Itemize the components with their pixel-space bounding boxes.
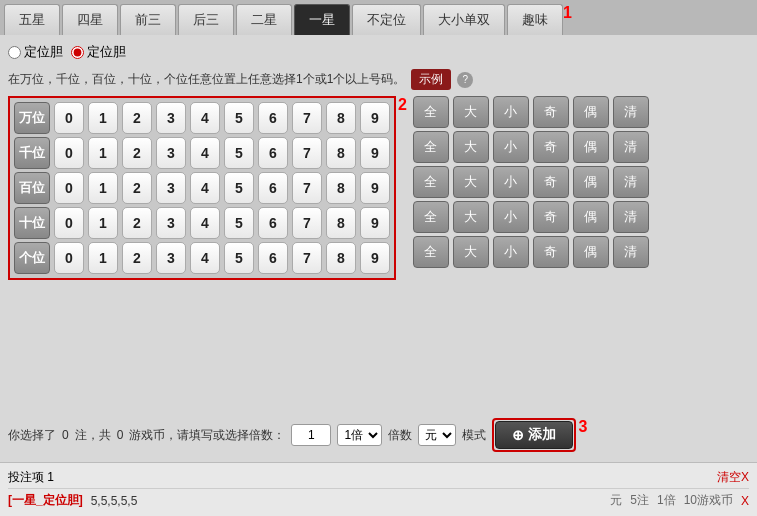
- baiwei-0[interactable]: 0: [54, 172, 84, 204]
- shiwei-0[interactable]: 0: [54, 207, 84, 239]
- baiwei-9[interactable]: 9: [360, 172, 390, 204]
- bet-delete-button[interactable]: X: [741, 494, 749, 508]
- gewei-qing[interactable]: 清: [613, 236, 649, 268]
- gewei-9[interactable]: 9: [360, 242, 390, 274]
- shiwei-2[interactable]: 2: [122, 207, 152, 239]
- gewei-1[interactable]: 1: [88, 242, 118, 274]
- gewei-6[interactable]: 6: [258, 242, 288, 274]
- wanwei-qing[interactable]: 清: [613, 96, 649, 128]
- gewei-4[interactable]: 4: [190, 242, 220, 274]
- tab-erxing[interactable]: 二星: [236, 4, 292, 35]
- wanwei-8[interactable]: 8: [326, 102, 356, 134]
- gewei-qi[interactable]: 奇: [533, 236, 569, 268]
- wanwei-da[interactable]: 大: [453, 96, 489, 128]
- gewei-da[interactable]: 大: [453, 236, 489, 268]
- tab-wuxing[interactable]: 五星: [4, 4, 60, 35]
- radio-input-1[interactable]: [8, 46, 21, 59]
- gewei-ou[interactable]: 偶: [573, 236, 609, 268]
- tab-budinwei[interactable]: 不定位: [352, 4, 421, 35]
- gewei-7[interactable]: 7: [292, 242, 322, 274]
- radio-input-2[interactable]: [71, 46, 84, 59]
- shiwei-5[interactable]: 5: [224, 207, 254, 239]
- qianwei-1[interactable]: 1: [88, 137, 118, 169]
- wanwei-ou[interactable]: 偶: [573, 96, 609, 128]
- clear-button[interactable]: 清空X: [717, 469, 749, 486]
- shiwei-7[interactable]: 7: [292, 207, 322, 239]
- wanwei-5[interactable]: 5: [224, 102, 254, 134]
- qianwei-5[interactable]: 5: [224, 137, 254, 169]
- shiwei-qing[interactable]: 清: [613, 201, 649, 233]
- multiplier-select[interactable]: 1倍 2倍 3倍: [337, 424, 382, 446]
- qianwei-9[interactable]: 9: [360, 137, 390, 169]
- wanwei-3[interactable]: 3: [156, 102, 186, 134]
- qianwei-ou[interactable]: 偶: [573, 131, 609, 163]
- unit-select[interactable]: 元 角 分: [418, 424, 456, 446]
- wanwei-quan[interactable]: 全: [413, 96, 449, 128]
- qianwei-qi[interactable]: 奇: [533, 131, 569, 163]
- baiwei-5[interactable]: 5: [224, 172, 254, 204]
- tab-yixing[interactable]: 一星: [294, 4, 350, 35]
- add-button[interactable]: ⊕ 添加: [495, 421, 573, 449]
- shiwei-6[interactable]: 6: [258, 207, 288, 239]
- tab-sixing[interactable]: 四星: [62, 4, 118, 35]
- qianwei-quan[interactable]: 全: [413, 131, 449, 163]
- shiwei-1[interactable]: 1: [88, 207, 118, 239]
- baiwei-7[interactable]: 7: [292, 172, 322, 204]
- baiwei-xiao[interactable]: 小: [493, 166, 529, 198]
- baiwei-ou[interactable]: 偶: [573, 166, 609, 198]
- wanwei-9[interactable]: 9: [360, 102, 390, 134]
- qianwei-2[interactable]: 2: [122, 137, 152, 169]
- qianwei-3[interactable]: 3: [156, 137, 186, 169]
- help-button[interactable]: ?: [457, 72, 473, 88]
- wanwei-2[interactable]: 2: [122, 102, 152, 134]
- example-button[interactable]: 示例: [411, 69, 451, 90]
- radio-option-1[interactable]: 定位胆: [8, 43, 63, 61]
- qianwei-4[interactable]: 4: [190, 137, 220, 169]
- wanwei-6[interactable]: 6: [258, 102, 288, 134]
- gewei-5[interactable]: 5: [224, 242, 254, 274]
- baiwei-6[interactable]: 6: [258, 172, 288, 204]
- baiwei-1[interactable]: 1: [88, 172, 118, 204]
- qianwei-7[interactable]: 7: [292, 137, 322, 169]
- qianwei-xiao[interactable]: 小: [493, 131, 529, 163]
- shiwei-ou[interactable]: 偶: [573, 201, 609, 233]
- qianwei-0[interactable]: 0: [54, 137, 84, 169]
- baiwei-quan[interactable]: 全: [413, 166, 449, 198]
- baiwei-2[interactable]: 2: [122, 172, 152, 204]
- shiwei-quan[interactable]: 全: [413, 201, 449, 233]
- shiwei-9[interactable]: 9: [360, 207, 390, 239]
- tab-daxiodanshuang[interactable]: 大小单双: [423, 4, 505, 35]
- shiwei-4[interactable]: 4: [190, 207, 220, 239]
- wanwei-qi[interactable]: 奇: [533, 96, 569, 128]
- gewei-8[interactable]: 8: [326, 242, 356, 274]
- qianwei-da[interactable]: 大: [453, 131, 489, 163]
- wanwei-7[interactable]: 7: [292, 102, 322, 134]
- gewei-quan[interactable]: 全: [413, 236, 449, 268]
- shiwei-da[interactable]: 大: [453, 201, 489, 233]
- gewei-2[interactable]: 2: [122, 242, 152, 274]
- baiwei-qi[interactable]: 奇: [533, 166, 569, 198]
- baiwei-qing[interactable]: 清: [613, 166, 649, 198]
- gewei-3[interactable]: 3: [156, 242, 186, 274]
- qianwei-8[interactable]: 8: [326, 137, 356, 169]
- radio-option-2[interactable]: 定位胆: [71, 43, 126, 61]
- baiwei-8[interactable]: 8: [326, 172, 356, 204]
- tab-qiansan[interactable]: 前三: [120, 4, 176, 35]
- baiwei-3[interactable]: 3: [156, 172, 186, 204]
- bet-multiplier-input[interactable]: [291, 424, 331, 446]
- baiwei-da[interactable]: 大: [453, 166, 489, 198]
- wanwei-1[interactable]: 1: [88, 102, 118, 134]
- tab-housan[interactable]: 后三: [178, 4, 234, 35]
- wanwei-0[interactable]: 0: [54, 102, 84, 134]
- gewei-xiao[interactable]: 小: [493, 236, 529, 268]
- baiwei-4[interactable]: 4: [190, 172, 220, 204]
- wanwei-4[interactable]: 4: [190, 102, 220, 134]
- shiwei-3[interactable]: 3: [156, 207, 186, 239]
- qianwei-qing[interactable]: 清: [613, 131, 649, 163]
- shiwei-8[interactable]: 8: [326, 207, 356, 239]
- shiwei-xiao[interactable]: 小: [493, 201, 529, 233]
- shiwei-qi[interactable]: 奇: [533, 201, 569, 233]
- wanwei-xiao[interactable]: 小: [493, 96, 529, 128]
- qianwei-6[interactable]: 6: [258, 137, 288, 169]
- gewei-0[interactable]: 0: [54, 242, 84, 274]
